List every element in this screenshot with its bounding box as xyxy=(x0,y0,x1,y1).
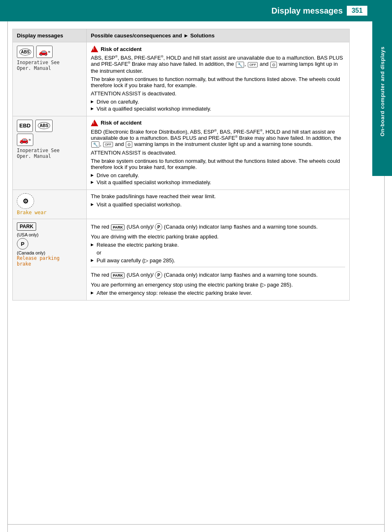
abs-text3: ATTENTION ASSIST is deactivated. xyxy=(91,90,345,97)
park-or: or xyxy=(97,250,345,256)
park-text3: The red PARK (USA only)/ P (Canada only)… xyxy=(91,271,345,280)
row-park-right: The red PARK (USA only)/ P (Canada only)… xyxy=(87,219,350,301)
abs-circle-icon: ABS xyxy=(19,49,31,56)
abs-text2: The brake system continues to function n… xyxy=(91,76,345,88)
park-text1: The red PARK (USA only)/ P (Canada only)… xyxy=(91,222,345,231)
sidebar-label-text: On-board computer and displays xyxy=(379,46,385,136)
main-table: Display messages Possible causes/consequ… xyxy=(12,29,350,301)
abs-icons: ABS 🚗 ≈ xyxy=(17,46,82,58)
car-brake-icon-box: 🚗 ≈ xyxy=(36,46,53,58)
ebd-text: EBD xyxy=(19,123,30,129)
inline-park-circle2: P xyxy=(155,271,162,279)
ebd-icons-row1: EBD ABS xyxy=(17,120,82,132)
ebd-icons-row2: 🚗 ≈ xyxy=(17,134,82,146)
abs-bullet-1: Drive on carefully. xyxy=(91,99,345,105)
park-bullets3: After the emergency stop: release the el… xyxy=(91,290,345,296)
park-bullets2: Pull away carefully (▷ page 285). xyxy=(91,257,345,264)
abs-text1: ABS, ESP®, BAS, PRE-SAFE®, HOLD and hill… xyxy=(91,55,345,74)
abs-icon-box: ABS xyxy=(17,46,34,58)
inline-icon-5: OFF xyxy=(103,142,113,147)
release-parking-label: Release parkingbrake xyxy=(17,255,82,267)
park-circle-icon: P xyxy=(17,238,28,250)
brake-wear-bullets: Visit a qualified specialist workshop. xyxy=(91,201,345,208)
park-text4: You are performing an emergency stop usi… xyxy=(91,282,345,288)
brake-wear-label: Brake wear xyxy=(17,210,82,215)
row-park-left: PARK (USA only) P (Canada only) Release … xyxy=(13,219,87,301)
row-brake-wear-left: ⚙ Brake wear xyxy=(13,190,87,219)
main-content: Display messages Possible causes/consequ… xyxy=(0,21,372,308)
park-usa-label: (USA only) xyxy=(17,232,82,237)
abs-icon-box2: ABS xyxy=(35,120,52,132)
table-row: PARK (USA only) P (Canada only) Release … xyxy=(13,219,350,301)
ebd-label: Inoperative SeeOper. Manual xyxy=(17,148,82,159)
brake-wear-icon: ⚙ xyxy=(17,193,34,209)
car-sparks: ≈ xyxy=(48,50,50,54)
risk-header-ebd: Risk of accident xyxy=(91,120,345,126)
col2-header: Possible causes/consequences and ► Solut… xyxy=(87,29,350,42)
inline-park-box2: PARK xyxy=(111,273,125,278)
row-abs-right: Risk of accident ABS, ESP®, BAS, PRE-SAF… xyxy=(87,42,350,116)
park-canada-label: (Canada only) xyxy=(17,250,82,255)
row-abs-left: ABS 🚗 ≈ Inoperative SeeOper. Manual xyxy=(13,42,87,116)
table-row: EBD ABS 🚗 ≈ Inoperative SeeOper. Manual xyxy=(13,116,350,190)
car-brake-icon-box2: 🚗 ≈ xyxy=(17,134,33,146)
table-row: ABS 🚗 ≈ Inoperative SeeOper. Manual Risk… xyxy=(13,42,350,116)
abs-bullets: Drive on carefully. Visit a qualified sp… xyxy=(91,99,345,112)
abs-circle-icon2: ABS xyxy=(38,122,50,129)
brake-wear-bullet-1: Visit a qualified specialist workshop. xyxy=(91,201,345,208)
inline-icon-1: 🔧 xyxy=(236,62,244,68)
car-brake-icon2: 🚗 xyxy=(19,135,28,144)
brake-wear-text: The brake pads/linings have reached thei… xyxy=(91,193,345,199)
abs-bullet-2: Visit a qualified specialist workshop im… xyxy=(91,106,345,112)
sidebar-accent xyxy=(372,161,392,176)
park-box-icon: PARK xyxy=(17,222,36,231)
risk-triangle-icon xyxy=(91,46,98,52)
ebd-text2: ATTENTION ASSIST is deactivated. xyxy=(91,150,345,156)
row-brake-wear-right: The brake pads/linings have reached thei… xyxy=(87,190,350,219)
inline-icon-4: 🔧 xyxy=(91,141,99,148)
ebd-text1: EBD (Electronic Brake force Distribution… xyxy=(91,129,345,148)
col1-header: Display messages xyxy=(13,29,87,42)
park-icon-row: PARK xyxy=(17,222,82,231)
inline-icon-6: ⊙ xyxy=(126,141,132,148)
header-bar: Display messages 351 xyxy=(0,0,392,21)
ebd-bullet-1: Drive on carefully. xyxy=(91,172,345,178)
inline-park-box1: PARK xyxy=(111,224,125,230)
risk-label-abs: Risk of accident xyxy=(101,46,142,52)
table-row: ⚙ Brake wear The brake pads/linings have… xyxy=(13,190,350,219)
inline-icon-3: ⊙ xyxy=(270,62,277,68)
row-ebd-right: Risk of accident EBD (Electronic Brake f… xyxy=(87,116,350,190)
header-title: Display messages xyxy=(272,6,343,16)
page-number: 351 xyxy=(347,6,367,16)
ebd-text3: The brake system continues to function n… xyxy=(91,158,345,170)
sidebar-label-container: On-board computer and displays xyxy=(372,21,392,161)
park-bullet-3: After the emergency stop: release the el… xyxy=(91,290,345,296)
car-sparks2: ≈ xyxy=(29,138,31,142)
ebd-icon-box: EBD xyxy=(17,120,33,132)
page-border-bottom xyxy=(7,524,385,525)
park-bullet-2: Pull away carefully (▷ page 285). xyxy=(91,257,345,264)
risk-label-ebd: Risk of accident xyxy=(101,120,142,126)
abs-label: Inoperative SeeOper. Manual xyxy=(17,60,82,71)
ebd-bullet-2: Visit a qualified specialist workshop im… xyxy=(91,179,345,185)
car-brake-icon: 🚗 xyxy=(39,47,48,56)
risk-header-abs: Risk of accident xyxy=(91,46,345,52)
ebd-bullets: Drive on carefully. Visit a qualified sp… xyxy=(91,172,345,185)
risk-triangle-icon2 xyxy=(91,120,98,126)
row-ebd-left: EBD ABS 🚗 ≈ Inoperative SeeOper. Manual xyxy=(13,116,87,190)
park-bullet-1: Release the electric parking brake. xyxy=(91,242,345,248)
park-separator xyxy=(91,267,345,267)
park-text2: You are driving with the electric parkin… xyxy=(91,234,345,240)
park-bullets1: Release the electric parking brake. xyxy=(91,242,345,248)
inline-park-circle1: P xyxy=(155,223,162,231)
inline-icon-2: OFF xyxy=(248,62,258,67)
page-border-left xyxy=(7,0,8,532)
